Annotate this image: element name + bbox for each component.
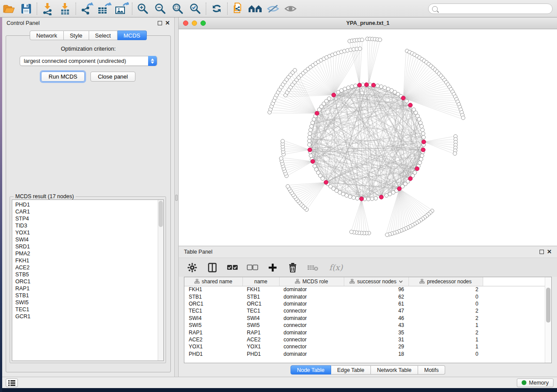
table-row[interactable]: ORC1ORC1dominator610	[184, 300, 546, 307]
column-header-predecessor-nodes[interactable]: predecessor nodes	[408, 277, 483, 286]
table-row[interactable]: SWI4SWI4dominator462	[184, 315, 546, 322]
function-builder-icon: f(x)	[327, 261, 345, 274]
desktop-wallpaper-bottom	[0, 388, 557, 392]
table-row[interactable]: TEC1TEC1connector472	[184, 307, 546, 314]
task-list-icon	[8, 380, 16, 386]
table-scrollbar[interactable]	[545, 277, 551, 363]
toolbar-separator	[37, 3, 37, 15]
toolbar-separator	[132, 3, 132, 15]
table-row[interactable]: PHD1PHD1dominator180	[184, 351, 546, 358]
select-all-columns-icon[interactable]	[227, 261, 238, 274]
duplicate-network-icon[interactable]	[229, 1, 247, 16]
mcds-result-scrollbar[interactable]	[158, 200, 163, 361]
first-neighbors-icon[interactable]	[247, 1, 264, 16]
open-session-icon[interactable]	[0, 1, 17, 16]
table-tabs: Node TableEdge TableNetwork TableMotifs	[179, 363, 557, 377]
mcds-result-item[interactable]: YOX1	[15, 229, 163, 236]
search-input[interactable]	[440, 6, 545, 12]
column-header-MCDS-role[interactable]: MCDS role	[279, 277, 344, 286]
mcds-result-item[interactable]: TEC1	[15, 306, 163, 313]
dropdown-stepper-icon	[148, 56, 157, 66]
import-table-icon[interactable]	[56, 1, 74, 16]
show-all-icon[interactable]	[282, 1, 299, 16]
splitter-handle-icon[interactable]	[175, 195, 178, 201]
tab-motifs[interactable]: Motifs	[418, 365, 445, 375]
mcds-result-list[interactable]: PHD1CAR1STP4TID3YOX1SWI4SRD1PMA2FKH1ACE2…	[12, 199, 164, 361]
hide-selected-icon[interactable]	[264, 1, 282, 16]
table-row[interactable]: SWI5SWI5connector431	[184, 322, 546, 329]
import-network-icon[interactable]	[39, 1, 56, 16]
zoom-out-icon[interactable]	[152, 1, 169, 16]
node-table[interactable]: shared namenameMCDS rolesuccessor nodesp…	[184, 277, 552, 363]
mcds-result-item[interactable]: SWI4	[15, 236, 163, 243]
column-header-name[interactable]: name	[242, 277, 279, 286]
export-table-icon[interactable]	[95, 1, 113, 16]
zoom-fit-icon[interactable]	[169, 1, 187, 16]
tab-select[interactable]: Select	[89, 31, 118, 40]
refresh-view-icon[interactable]	[208, 1, 225, 16]
close-panel-button[interactable]: Close panel	[90, 72, 135, 82]
column-header-shared-name[interactable]: shared name	[184, 277, 242, 286]
network-window-title: YPA_prune.txt_1	[179, 20, 557, 26]
unselect-all-columns-icon[interactable]	[247, 261, 258, 274]
mcds-result-item[interactable]: PHD1	[15, 201, 163, 208]
network-view-window: YPA_prune.txt_1	[178, 17, 557, 246]
close-table-panel-icon[interactable]: ✕	[547, 250, 552, 254]
mcds-result-item[interactable]: STB5	[15, 271, 163, 278]
tab-network[interactable]: Network	[30, 31, 64, 40]
mcds-result-item[interactable]: SWI5	[15, 299, 163, 306]
task-history-button[interactable]	[6, 378, 18, 387]
export-image-icon[interactable]	[113, 1, 130, 16]
table-row[interactable]: STB1STB1dominator620	[184, 293, 546, 300]
delete-table-icon	[307, 261, 318, 274]
mcds-result-item[interactable]: STB1	[15, 292, 163, 299]
mcds-result-item[interactable]: PMA2	[15, 250, 163, 257]
float-panel-icon[interactable]	[158, 21, 162, 25]
tab-node-table[interactable]: Node Table	[291, 365, 331, 375]
tab-network-table[interactable]: Network Table	[371, 365, 418, 375]
table-row[interactable]: FKH1FKH1dominator962	[184, 286, 546, 293]
zoom-selected-icon[interactable]	[187, 1, 204, 16]
table-row[interactable]: ACE2ACE2connector311	[184, 336, 546, 343]
settings-gear-icon[interactable]	[187, 261, 198, 274]
mcds-result-item[interactable]: FKH1	[15, 257, 163, 264]
table-row[interactable]: RAP1RAP1dominator352	[184, 329, 546, 336]
toolbar-search[interactable]	[428, 3, 553, 14]
table-panel-titlebar: Table Panel ✕	[179, 246, 557, 258]
column-header-successor-nodes[interactable]: successor nodes	[344, 277, 408, 286]
mcds-result-item[interactable]: ACE2	[15, 264, 163, 271]
control-panel-tabs: NetworkStyleSelectMCDS	[2, 31, 174, 40]
mcds-result-item[interactable]: ORC1	[15, 278, 163, 285]
mcds-result-item[interactable]: SRD1	[15, 243, 163, 250]
tab-mcds[interactable]: MCDS	[118, 31, 147, 40]
float-table-panel-icon[interactable]	[540, 250, 544, 254]
delete-columns-icon[interactable]	[287, 261, 298, 274]
mcds-result-item[interactable]: RAP1	[15, 285, 163, 292]
table-row[interactable]: YOX1YOX1connector291	[184, 343, 546, 350]
panel-splitter[interactable]	[175, 17, 178, 377]
network-canvas[interactable]	[179, 29, 557, 246]
mcds-tab-pane: Optimization criterion: largest connecte…	[6, 35, 171, 372]
save-session-icon[interactable]	[17, 1, 35, 16]
show-columns-icon[interactable]	[207, 261, 218, 274]
network-window-titlebar[interactable]: YPA_prune.txt_1	[179, 17, 557, 29]
close-panel-icon[interactable]: ✕	[165, 21, 170, 25]
zoom-in-icon[interactable]	[134, 1, 152, 16]
table-scrollbar-thumb[interactable]	[546, 288, 550, 323]
column-header-filler	[483, 277, 546, 286]
mcds-result-item[interactable]: GCR1	[15, 313, 163, 320]
mcds-result-item[interactable]: TID3	[15, 222, 163, 229]
mcds-result-item[interactable]: STP4	[15, 215, 163, 222]
tab-style[interactable]: Style	[64, 31, 89, 40]
run-mcds-button[interactable]: Run MCDS	[41, 72, 85, 82]
mcds-result-item[interactable]: CAR1	[15, 208, 163, 215]
add-column-icon[interactable]	[267, 261, 278, 274]
main-area: Control Panel ✕ NetworkStyleSelectMCDS O…	[2, 17, 557, 377]
memory-button[interactable]: Memory	[517, 378, 554, 387]
memory-status-icon	[522, 380, 526, 385]
optimization-criterion-select[interactable]: largest connected component (undirected)	[20, 56, 157, 66]
export-network-icon[interactable]	[78, 1, 95, 16]
toolbar-separator	[206, 3, 206, 15]
tab-edge-table[interactable]: Edge Table	[331, 365, 371, 375]
table-toolbar: f(x)	[179, 258, 557, 277]
